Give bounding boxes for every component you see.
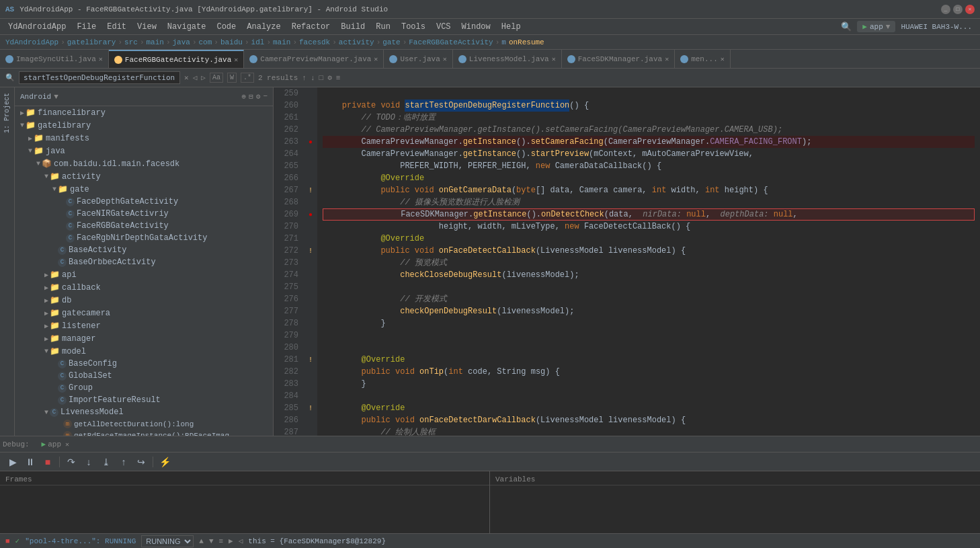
menu-build[interactable]: Build — [335, 22, 370, 32]
search-input[interactable] — [19, 71, 180, 84]
tree-globalset[interactable]: C GlobalSet — [15, 370, 273, 382]
tree-facergbnir[interactable]: C FaceRgbNirDepthGataActivity — [15, 232, 273, 244]
arrow-callback[interactable]: ▶ — [44, 284, 48, 292]
tree-importfeature[interactable]: C ImportFeatureResult — [15, 394, 273, 406]
debug-evaluate-btn[interactable]: ⚡ — [157, 455, 172, 469]
breadcrumb-main[interactable]: main — [146, 38, 163, 46]
tree-gate[interactable]: ▼ 📁 gate — [15, 183, 273, 196]
menu-view[interactable]: View — [132, 22, 162, 32]
tree-listener[interactable]: ▶ 📁 listener — [15, 319, 273, 332]
menu-code[interactable]: Code — [211, 22, 241, 32]
arrow-com[interactable]: ▼ — [36, 160, 40, 167]
regex-btn[interactable]: .* — [241, 73, 254, 83]
breadcrumb-ydandroidapp[interactable]: YdAndroidApp — [5, 38, 58, 46]
breadcrumb-com[interactable]: com — [199, 38, 212, 46]
menu-ydandroidapp[interactable]: YdAndroidApp — [3, 22, 71, 32]
whole-word-btn[interactable]: W — [227, 73, 237, 83]
breadcrumb-src[interactable]: src — [124, 38, 138, 46]
sidebar-minus-icon[interactable]: − — [263, 92, 268, 101]
menu-vcs[interactable]: VCS — [431, 22, 456, 32]
debug-step-over-btn[interactable]: ↷ — [64, 455, 79, 469]
arrow-gatelibrary[interactable]: ▼ — [20, 122, 24, 129]
arrow-gate[interactable]: ▼ — [52, 186, 56, 193]
tab-close-men[interactable]: ✕ — [721, 55, 725, 63]
tree-com-package[interactable]: ▼ 📦 com.baidu.idl.main.facesdk — [15, 157, 273, 170]
search-nav-down-icon[interactable]: ↓ — [311, 74, 315, 82]
debug-stop-btn[interactable]: ■ — [40, 455, 55, 469]
tree-financelibrary[interactable]: ▶ 📁 financelibrary — [15, 106, 273, 119]
tab-close-facesdkmanager[interactable]: ✕ — [665, 55, 669, 63]
tree-facedepthgate[interactable]: C FaceDepthGateActivity — [15, 196, 273, 208]
arrow-java[interactable]: ▼ — [28, 147, 32, 155]
tree-method-getalldetect[interactable]: m getAllDetectDuration():long — [15, 418, 273, 430]
tab-imagesynutil[interactable]: ImageSyncUtil.java ✕ — [0, 50, 109, 68]
tab-close-livenessmodel[interactable]: ✕ — [552, 55, 556, 63]
close-button[interactable]: ✕ — [965, 5, 975, 14]
arrow-manifests[interactable]: ▶ — [28, 134, 32, 143]
arrow-db[interactable]: ▶ — [44, 297, 48, 305]
search-everywhere-icon[interactable]: 🔍 — [841, 22, 852, 32]
breadcrumb-baidu[interactable]: baidu — [220, 38, 243, 46]
tree-group[interactable]: C Group — [15, 382, 273, 394]
arrow-livenessmodel[interactable]: ▼ — [44, 409, 48, 416]
tree-method-getbdface[interactable]: m getBdFaceImageInstance():BDFaceImag... — [15, 430, 273, 436]
breadcrumb-facesdk[interactable]: facesdk — [299, 38, 330, 46]
breadcrumb-idl[interactable]: idl — [251, 38, 265, 46]
arrow-model[interactable]: ▼ — [44, 348, 48, 355]
settings-icon[interactable]: ⚙ — [327, 73, 332, 82]
expand-search-icon[interactable]: □ — [319, 74, 324, 82]
menu-window[interactable]: Window — [456, 22, 496, 32]
arrow-api[interactable]: ▶ — [44, 271, 48, 279]
tree-gatecamera[interactable]: ▶ 📁 gatecamera — [15, 307, 273, 319]
thread-select[interactable]: RUNNING — [141, 535, 194, 547]
status-nav-down[interactable]: ▼ — [209, 537, 214, 545]
search-nav-next[interactable]: ▷ — [201, 73, 206, 82]
tree-api[interactable]: ▶ 📁 api — [15, 268, 273, 281]
status-nav-up[interactable]: ▲ — [199, 537, 204, 545]
run-config[interactable]: ▶ app ▼ — [857, 21, 895, 32]
tab-faceRGB[interactable]: FaceRGBGateActivity.java ✕ — [109, 50, 244, 68]
tree-model[interactable]: ▼ 📁 model — [15, 345, 273, 358]
arrow-activity[interactable]: ▼ — [44, 173, 48, 180]
search-nav-up-icon[interactable]: ↑ — [302, 74, 307, 82]
debug-step-out-btn[interactable]: ↑ — [116, 455, 131, 469]
tab-livenessmodel[interactable]: LivenessModel.java ✕ — [453, 50, 562, 68]
menu-edit[interactable]: Edit — [101, 22, 132, 32]
tree-livenessmodel-root[interactable]: ▼ C LivenessModel — [15, 406, 273, 418]
debug-pause-btn[interactable]: ⏸ — [23, 455, 38, 469]
search-close-icon[interactable]: ✕ — [184, 73, 189, 82]
debug-step-into-btn[interactable]: ↓ — [81, 455, 96, 469]
arrow-financelibrary[interactable]: ▶ — [20, 109, 24, 117]
tab-close-faceRGB[interactable]: ✕ — [234, 56, 238, 64]
tree-baseconfig[interactable]: C BaseConfig — [15, 358, 273, 370]
menu-help[interactable]: Help — [496, 22, 526, 32]
search-nav-prev[interactable]: ◁ — [193, 73, 198, 82]
arrow-gatecamera[interactable]: ▶ — [44, 309, 48, 317]
tree-baseactivity[interactable]: C BaseActivity — [15, 244, 273, 256]
arrow-listener[interactable]: ▶ — [44, 322, 48, 330]
tree-activity[interactable]: ▼ 📁 activity — [15, 170, 273, 183]
menu-file[interactable]: File — [71, 22, 101, 32]
debug-force-step-btn[interactable]: ⤓ — [99, 455, 114, 469]
menu-navigate[interactable]: Navigate — [162, 22, 212, 32]
menu-refactor[interactable]: Refactor — [286, 22, 336, 32]
menu-tools[interactable]: Tools — [396, 22, 431, 32]
filter-icon[interactable]: ≡ — [336, 74, 341, 82]
menu-analyze[interactable]: Analyze — [241, 22, 286, 32]
breadcrumb-gatelibrary[interactable]: gatelibrary — [67, 38, 116, 46]
tree-db[interactable]: ▶ 📁 db — [15, 294, 273, 307]
tab-men[interactable]: men... ✕ — [675, 50, 731, 68]
tab-close-user[interactable]: ✕ — [443, 55, 447, 63]
tab-facesdkmanager[interactable]: FaceSDKManager.java ✕ — [562, 50, 675, 68]
tree-gatelibrary[interactable]: ▼ 📁 gatelibrary — [15, 119, 273, 132]
tree-facergbgate[interactable]: C FaceRGBGateActivity — [15, 220, 273, 232]
debug-tab-close[interactable]: ✕ — [65, 440, 69, 448]
tree-java[interactable]: ▼ 📁 java — [15, 145, 273, 157]
breadcrumb-main2[interactable]: main — [273, 38, 290, 46]
breadcrumb-faceclass[interactable]: FaceRGBGateActivity — [409, 38, 493, 46]
sidebar-toggle-icon[interactable]: ⊟ — [249, 92, 253, 101]
sidebar-dropdown-icon[interactable]: ▼ — [54, 93, 58, 101]
code-editor[interactable]: 259 260 261 262 263 264 265 266 267 268 … — [274, 87, 980, 436]
tree-manifests[interactable]: ▶ 📁 manifests — [15, 132, 273, 145]
breadcrumb-java[interactable]: java — [173, 38, 190, 46]
